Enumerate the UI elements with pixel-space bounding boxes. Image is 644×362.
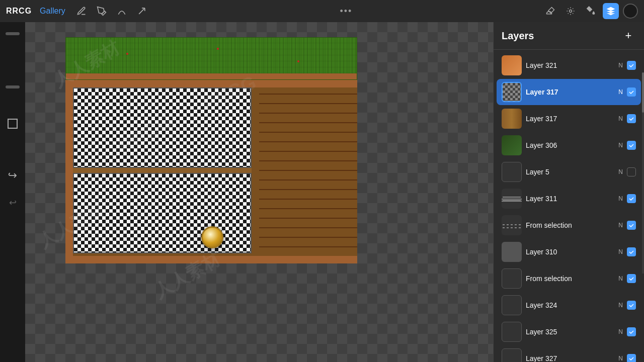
layer-controls: N bbox=[618, 301, 636, 310]
divider bbox=[73, 168, 252, 173]
layer-info: Layer 317 bbox=[526, 115, 614, 123]
gallery-button[interactable]: Gallery bbox=[36, 5, 69, 18]
layer-item[interactable]: From selectionN bbox=[497, 212, 641, 238]
layer-controls: N bbox=[618, 247, 636, 256]
layers-panel-title: Layers bbox=[502, 30, 534, 42]
layer-mode-label[interactable]: N bbox=[618, 168, 623, 175]
layer-thumbnail bbox=[502, 162, 522, 182]
color-picker-button[interactable] bbox=[623, 4, 638, 19]
layer-name: Layer 5 bbox=[526, 168, 614, 176]
layer-thumbnail bbox=[502, 109, 522, 129]
layer-name: Layer 317 bbox=[526, 88, 614, 96]
layers-panel: Layers + Layer 321NLayer 317NLayer 317NL… bbox=[493, 22, 644, 362]
wood-right bbox=[259, 87, 357, 256]
color-fill-icon[interactable] bbox=[583, 3, 599, 19]
layer-item[interactable]: Layer 325N bbox=[497, 319, 641, 345]
redo-button[interactable]: ↩ bbox=[9, 197, 17, 208]
layer-item[interactable]: Layer 5N bbox=[497, 159, 641, 185]
layer-thumbnail bbox=[502, 82, 522, 102]
layer-visibility-checkbox[interactable] bbox=[627, 167, 636, 176]
add-layer-button[interactable]: + bbox=[621, 28, 636, 43]
layer-visibility-checkbox[interactable] bbox=[627, 141, 636, 150]
layer-item[interactable]: Layer 327N bbox=[497, 345, 641, 362]
layer-visibility-checkbox[interactable] bbox=[627, 301, 636, 310]
layers-scrollbar-thumb[interactable] bbox=[642, 72, 644, 113]
layers-list: Layer 321NLayer 317NLayer 317NLayer 306N… bbox=[494, 50, 644, 362]
layer-name: From selection bbox=[526, 221, 614, 229]
transform-button[interactable] bbox=[8, 119, 18, 129]
layer-controls: N bbox=[618, 61, 636, 70]
layer-visibility-checkbox[interactable] bbox=[627, 327, 636, 336]
layer-mode-label[interactable]: N bbox=[618, 115, 623, 122]
layer-info: Layer 311 bbox=[526, 195, 614, 203]
app-logo: RRCG bbox=[6, 7, 32, 16]
layer-mode-label[interactable]: N bbox=[618, 275, 623, 282]
left-sidebar: ↩ ↩ bbox=[0, 22, 25, 362]
pencil-tool-icon[interactable] bbox=[73, 3, 90, 19]
layers-scrollbar[interactable] bbox=[642, 72, 644, 274]
layer-mode-label[interactable]: N bbox=[618, 195, 623, 202]
layer-mode-label[interactable]: N bbox=[618, 142, 623, 149]
layer-thumbnail bbox=[502, 268, 522, 289]
arrow-tool-icon[interactable] bbox=[134, 3, 150, 19]
layer-item[interactable]: Layer 311N bbox=[497, 186, 641, 212]
layer-thumbnail bbox=[502, 135, 522, 155]
layer-visibility-checkbox[interactable] bbox=[627, 274, 636, 283]
layer-info: Layer 325 bbox=[526, 328, 614, 336]
layer-thumbnail bbox=[502, 348, 522, 362]
layer-thumbnail bbox=[502, 322, 522, 342]
layer-item[interactable]: Layer 317N bbox=[497, 106, 641, 132]
brush-icon[interactable] bbox=[542, 3, 558, 19]
layer-controls: N bbox=[618, 141, 636, 150]
layer-controls: N bbox=[618, 354, 636, 362]
size-slider[interactable] bbox=[6, 32, 20, 35]
layer-item[interactable]: Layer 306N bbox=[497, 132, 641, 158]
layers-header: Layers + bbox=[494, 22, 644, 50]
layer-mode-label[interactable]: N bbox=[618, 355, 623, 362]
layer-visibility-checkbox[interactable] bbox=[627, 114, 636, 123]
layer-visibility-checkbox[interactable] bbox=[627, 194, 636, 203]
layer-thumbnail bbox=[502, 189, 522, 209]
toolbar-right bbox=[542, 3, 638, 19]
layer-visibility-checkbox[interactable] bbox=[627, 247, 636, 256]
layer-controls: N bbox=[618, 167, 636, 176]
layer-item[interactable]: Layer 321N bbox=[497, 52, 641, 78]
layer-controls: N bbox=[618, 87, 636, 97]
layer-thumbnail bbox=[502, 215, 522, 235]
pen-tool-icon[interactable] bbox=[94, 3, 110, 19]
layer-mode-label[interactable]: N bbox=[618, 62, 623, 69]
layer-controls: N bbox=[618, 194, 636, 203]
curve-tool-icon[interactable] bbox=[114, 3, 130, 19]
layer-name: Layer 327 bbox=[526, 354, 614, 362]
layer-mode-label[interactable]: N bbox=[618, 222, 623, 229]
smudge-icon[interactable] bbox=[562, 3, 579, 19]
layer-info: Layer 321 bbox=[526, 61, 614, 69]
layer-visibility-checkbox[interactable] bbox=[627, 221, 636, 230]
undo-button[interactable]: ↩ bbox=[8, 169, 17, 182]
layer-info: From selection bbox=[526, 221, 614, 229]
layer-mode-label[interactable]: N bbox=[618, 328, 623, 335]
more-options-button[interactable]: ••• bbox=[340, 6, 352, 17]
layers-icon[interactable] bbox=[603, 3, 619, 19]
toolbar-left: RRCG Gallery bbox=[6, 3, 150, 19]
layer-visibility-checkbox[interactable] bbox=[627, 87, 636, 97]
opacity-slider[interactable] bbox=[6, 85, 20, 88]
checker-bottom bbox=[73, 173, 252, 253]
layer-visibility-checkbox[interactable] bbox=[627, 354, 636, 362]
frame-layer bbox=[65, 80, 357, 263]
layer-mode-label[interactable]: N bbox=[618, 302, 623, 309]
artwork-canvas[interactable] bbox=[65, 37, 357, 263]
layer-info: Layer 317 bbox=[526, 88, 614, 96]
layer-item[interactable]: Layer 310N bbox=[497, 239, 641, 265]
layer-mode-label[interactable]: N bbox=[618, 88, 623, 96]
layer-name: Layer 306 bbox=[526, 141, 614, 149]
layer-thumbnail bbox=[502, 295, 522, 315]
svg-point-0 bbox=[569, 10, 572, 13]
layer-item[interactable]: Layer 317N bbox=[497, 79, 641, 105]
layer-visibility-checkbox[interactable] bbox=[627, 61, 636, 70]
layer-controls: N bbox=[618, 221, 636, 230]
door-knob bbox=[201, 226, 223, 248]
layer-mode-label[interactable]: N bbox=[618, 248, 623, 255]
layer-item[interactable]: Layer 324N bbox=[497, 292, 641, 318]
layer-item[interactable]: From selectionN bbox=[497, 265, 641, 292]
